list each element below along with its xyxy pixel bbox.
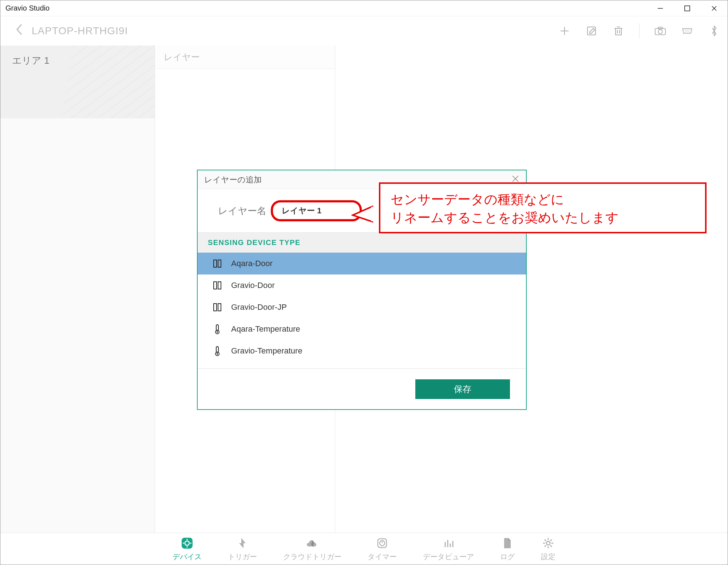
svg-rect-44 (214, 260, 217, 267)
svg-marker-56 (353, 206, 372, 222)
modal-title: レイヤーの追加 (204, 174, 262, 185)
nav-devices[interactable]: デバイス (173, 536, 202, 562)
bluetooth-button[interactable] (708, 25, 720, 37)
svg-rect-1 (685, 6, 690, 11)
window-controls (647, 0, 728, 16)
svg-point-52 (217, 331, 218, 333)
save-button[interactable]: 保存 (415, 379, 510, 399)
svg-point-19 (688, 31, 689, 32)
nav-timer[interactable]: タイマー (368, 536, 397, 562)
svg-rect-47 (218, 282, 221, 289)
layer-name-input[interactable]: レイヤー 1 (271, 200, 362, 221)
nav-label: クラウドトリガー (283, 552, 341, 562)
svg-point-15 (685, 30, 686, 31)
back-button[interactable] (15, 23, 23, 39)
svg-point-17 (689, 30, 689, 31)
device-label: Gravio-Temperature (231, 346, 302, 356)
svg-rect-14 (658, 27, 662, 29)
cloud-trigger-icon (305, 536, 320, 550)
device-label: Aqara-Temperature (231, 324, 300, 334)
header: LAPTOP-HRTHGI9I (0, 16, 728, 46)
nav-settings[interactable]: 設定 (541, 536, 555, 562)
svg-rect-49 (218, 304, 221, 311)
door-icon (212, 258, 222, 269)
divider (639, 23, 640, 39)
svg-point-18 (686, 31, 687, 32)
door-icon (212, 280, 222, 291)
nav-trigger[interactable]: トリガー (228, 536, 257, 562)
settings-icon (541, 536, 555, 550)
door-icon (212, 302, 222, 312)
timer-icon (375, 536, 389, 550)
bars-icon (441, 536, 456, 550)
device-row-gravio-door-jp[interactable]: Gravio-Door-JP (198, 296, 526, 318)
svg-point-33 (546, 541, 550, 545)
thermometer-icon (212, 346, 222, 356)
layer-name-label: レイヤー名 (218, 205, 266, 217)
camera-button[interactable] (654, 25, 666, 37)
breadcrumb: LAPTOP-HRTHGI9I (32, 25, 128, 37)
device-label: Aqara-Door (231, 259, 273, 268)
sensing-device-type-header: SENSING DEVICE TYPE (198, 232, 526, 253)
device-row-gravio-door[interactable]: Gravio-Door (198, 274, 526, 296)
nav-label: ログ (500, 552, 515, 562)
svg-rect-48 (214, 304, 217, 311)
svg-point-13 (658, 29, 662, 33)
callout-line1: センサーデータの種類などに (391, 190, 695, 209)
device-row-aqara-door[interactable]: Aqara-Door (198, 253, 526, 274)
close-button[interactable] (701, 0, 728, 16)
svg-rect-7 (616, 28, 621, 35)
nav-log[interactable]: ログ (500, 536, 515, 562)
layer-panel-header: レイヤー (155, 46, 335, 69)
svg-point-55 (217, 353, 218, 355)
add-button[interactable] (558, 25, 571, 37)
svg-line-41 (545, 545, 546, 547)
trigger-icon (235, 536, 250, 550)
callout-line2: リネームすることをお奨めいたします (391, 209, 695, 227)
svg-rect-50 (216, 325, 218, 331)
bottom-nav: デバイス トリガー クラウドトリガー タイマー データビューア ログ 設定 (0, 533, 728, 565)
thermometer-icon (212, 324, 222, 334)
area-tile[interactable]: エリア 1 (0, 46, 155, 118)
device-label: Gravio-Door (231, 281, 275, 290)
svg-point-16 (687, 30, 688, 31)
svg-rect-53 (216, 347, 218, 352)
modal-footer: 保存 (198, 368, 526, 409)
nav-label: タイマー (368, 552, 397, 562)
annotation-callout: センサーデータの種類などに リネームすることをお奨めいたします (379, 182, 707, 233)
serial-button[interactable] (681, 25, 693, 37)
svg-line-40 (550, 540, 552, 541)
doc-icon (500, 536, 515, 550)
device-row-gravio-temperature[interactable]: Gravio-Temperature (198, 340, 526, 362)
nav-label: 設定 (541, 552, 555, 562)
svg-rect-6 (587, 27, 596, 35)
maximize-button[interactable] (674, 0, 701, 16)
svg-rect-46 (214, 282, 217, 289)
svg-line-38 (545, 540, 546, 541)
svg-rect-45 (218, 260, 221, 267)
device-type-list: Aqara-Door Gravio-Door Gravio-Door-JP Aq… (198, 253, 526, 362)
nav-label: デバイス (173, 552, 202, 562)
nav-cloud-trigger[interactable]: クラウドトリガー (283, 536, 341, 562)
svg-rect-57 (371, 207, 375, 221)
nav-label: データビューア (423, 552, 474, 562)
nav-data-viewer[interactable]: データビューア (423, 536, 474, 562)
device-row-aqara-temperature[interactable]: Aqara-Temperature (198, 318, 526, 340)
titlebar: Gravio Studio (0, 0, 728, 16)
area-name: エリア 1 (12, 55, 50, 66)
area-panel: エリア 1 (0, 46, 155, 533)
delete-button[interactable] (612, 25, 625, 37)
gear-icon (180, 536, 194, 550)
minimize-button[interactable] (647, 0, 674, 16)
window-title: Gravio Studio (5, 4, 50, 12)
device-label: Gravio-Door-JP (231, 303, 287, 312)
edit-button[interactable] (585, 25, 598, 37)
nav-label: トリガー (228, 552, 257, 562)
svg-line-39 (550, 545, 552, 547)
